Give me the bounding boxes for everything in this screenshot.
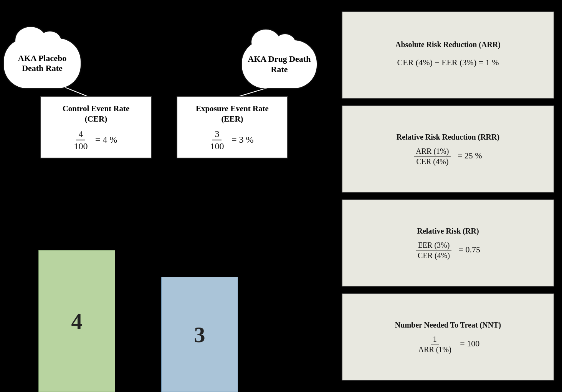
cer-denominator: 100 (71, 140, 90, 151)
rr-box: Relative Risk (RR) EER (3%) CER (4%) = 0… (342, 199, 554, 287)
rrr-numerator: ARR (1%) (414, 147, 451, 156)
cer-info-box: Control Event Rate(CER) 4 100 = 4 % (40, 96, 152, 158)
cer-bar-value: 4 (71, 308, 83, 334)
rr-numerator: EER (3%) (416, 241, 452, 250)
eer-fraction: 3 100 (208, 129, 226, 151)
rrr-fraction: ARR (1%) CER (4%) (414, 147, 451, 165)
nnt-denominator: ARR (1%) (417, 344, 453, 353)
cer-cloud: AKA Placebo Death Rate (4, 38, 81, 88)
nnt-numerator: 1 (431, 335, 439, 344)
rr-denominator: CER (4%) (416, 250, 452, 259)
rrr-denominator: CER (4%) (414, 156, 450, 165)
rr-content: EER (3%) CER (4%) = 0.75 (416, 241, 480, 259)
eer-bar-wrapper: 3 (161, 277, 238, 392)
bar-chart: 4 3 (0, 208, 334, 392)
eer-bar: 3 (161, 277, 238, 392)
rrr-title: Relative Risk Reduction (RRR) (397, 133, 499, 142)
main-container: AKA Placebo Death Rate AKA Drug Death Ra… (0, 0, 562, 392)
rrr-equals: = 25 % (458, 151, 482, 160)
left-section: AKA Placebo Death Rate AKA Drug Death Ra… (0, 0, 334, 392)
rrr-box: Relative Risk Reduction (RRR) ARR (1%) C… (342, 105, 554, 193)
rr-equals: = 0.75 (458, 245, 480, 254)
arr-title: Absolute Risk Reduction (ARR) (395, 40, 501, 49)
eer-bar-value: 3 (194, 322, 205, 348)
nnt-box: Number Needed To Treat (NNT) 1 ARR (1%) … (342, 293, 554, 380)
cer-cloud-label: AKA Placebo Death Rate (10, 53, 75, 74)
nnt-equals: = 100 (460, 339, 479, 348)
svg-line-0 (65, 87, 88, 97)
nnt-fraction: 1 ARR (1%) (417, 335, 453, 353)
cer-equals: = 4 % (95, 135, 117, 145)
cer-bar: 4 (38, 250, 115, 392)
cer-formula: 4 100 = 4 % (51, 129, 141, 151)
cer-fraction: 4 100 (71, 129, 90, 151)
nnt-content: 1 ARR (1%) = 100 (417, 335, 480, 353)
eer-equals: = 3 % (231, 135, 254, 145)
cer-bar-wrapper: 4 (38, 250, 115, 392)
rrr-content: ARR (1%) CER (4%) = 25 % (414, 147, 482, 165)
eer-cloud-label: AKA Drug Death Rate (248, 54, 311, 74)
cer-box-title: Control Event Rate(CER) (51, 104, 141, 125)
eer-info-box: Exposure Event Rate(EER) 3 100 = 3 % (177, 96, 288, 158)
right-section: Absolute Risk Reduction (ARR) CER (4%) −… (334, 0, 562, 392)
nnt-title: Number Needed To Treat (NNT) (395, 321, 501, 329)
eer-box-title: Exposure Event Rate(EER) (187, 104, 278, 125)
rr-fraction: EER (3%) CER (4%) (416, 241, 452, 259)
svg-line-1 (238, 87, 269, 97)
eer-cloud: AKA Drug Death Rate (242, 40, 317, 88)
rr-title: Relative Risk (RR) (417, 227, 479, 236)
arr-content: CER (4%) − EER (3%) = 1 % (397, 55, 499, 70)
arr-box: Absolute Risk Reduction (ARR) CER (4%) −… (342, 12, 554, 99)
cer-numerator: 4 (76, 129, 85, 140)
eer-formula: 3 100 = 3 % (187, 129, 278, 151)
eer-denominator: 100 (208, 140, 226, 151)
eer-numerator: 3 (212, 129, 221, 140)
